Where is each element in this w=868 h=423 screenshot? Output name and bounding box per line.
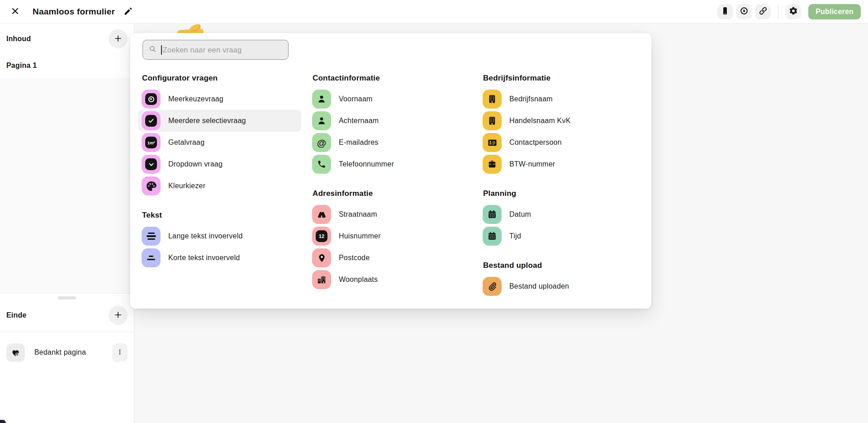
section-title: Configurator vragen [142, 73, 301, 83]
question-type-label: Bestand uploaden [509, 282, 569, 290]
add-content-button[interactable] [109, 29, 128, 48]
question-type-tijd[interactable]: Tijd [479, 225, 642, 247]
section-title: Bedrijfsinformatie [483, 73, 642, 83]
kebab-icon [116, 348, 123, 357]
question-type-label: Handelsnaam KvK [509, 117, 571, 125]
question-type-column: BedrijfsinformatieBedrijfsnaamHandelsnaa… [479, 73, 642, 311]
pages-drop-area [0, 78, 134, 294]
pencil-icon [123, 6, 133, 17]
question-type-label: Meerdere selectievraag [168, 117, 246, 125]
question-type-btw-nummer[interactable]: BTW-nummer [479, 153, 642, 175]
search-input[interactable] [162, 40, 283, 59]
preview-eye-icon [740, 6, 749, 17]
corner-widget-peek [0, 420, 6, 423]
person-icon [312, 111, 331, 130]
content-header-row: Inhoud [0, 29, 134, 48]
question-type-handelsnaam-kvk[interactable]: Handelsnaam KvK [479, 110, 642, 132]
question-type-dropdown-vraag[interactable]: Dropdown vraag [138, 153, 301, 175]
close-button[interactable] [7, 4, 23, 19]
question-type-label: Lange tekst invoerveld [168, 232, 243, 240]
section-bedrijfsinformatie: BedrijfsinformatieBedrijfsnaamHandelsnaa… [479, 73, 642, 175]
section-title: Adresinformatie [313, 189, 472, 198]
question-type-contactpersoon[interactable]: Contactpersoon [479, 132, 642, 153]
section-configurator-vragen: Configurator vragenMeerkeuzevraagMeerder… [138, 73, 301, 197]
section-title: Contactinformatie [313, 73, 472, 83]
question-type-voornaam[interactable]: Voornaam [308, 88, 472, 110]
question-type-lange-tekst-invoerveld[interactable]: Lange tekst invoerveld [138, 225, 301, 247]
mobile-preview-button[interactable] [717, 4, 733, 19]
question-type-meerkeuzevraag[interactable]: Meerkeuzevraag [138, 88, 301, 110]
question-picker-modal: Configurator vragenMeerkeuzevraagMeerder… [130, 33, 651, 309]
edit-title-button[interactable] [120, 4, 136, 19]
section-title: Bestand upload [483, 261, 642, 270]
question-type-columns: Configurator vragenMeerkeuzevraagMeerder… [138, 73, 641, 311]
question-type-straatnaam[interactable]: Straatnaam [308, 204, 472, 225]
question-type-bestand-uploaden[interactable]: Bestand uploaden [479, 276, 642, 297]
checkbox-icon [142, 111, 161, 130]
section-planning: PlanningDatumTijd [479, 189, 642, 247]
question-type-telefoonnummer[interactable]: Telefoonnummer [308, 153, 472, 175]
city-icon [312, 270, 331, 289]
resize-handle[interactable] [58, 296, 76, 299]
preview-button[interactable] [736, 4, 752, 19]
question-type-column: Configurator vragenMeerkeuzevraagMeerder… [138, 73, 301, 311]
sidebar: Inhoud Pagina 1 Einde Bedankt pagina [0, 24, 134, 423]
building-icon [483, 90, 502, 109]
section-title: Planning [483, 189, 642, 198]
number-12-icon: 12 [312, 227, 331, 246]
question-type-meerdere-selectievraag[interactable]: Meerdere selectievraag [138, 110, 301, 132]
question-type-e-mailadres[interactable]: @E-mailadres [308, 132, 472, 153]
short-text-icon [142, 248, 161, 267]
pin-icon [312, 248, 331, 267]
question-type-label: Contactpersoon [509, 138, 562, 147]
question-type-label: Woonplaats [339, 276, 378, 284]
question-type-datum[interactable]: Datum [479, 204, 642, 225]
question-type-getalvraag[interactable]: 1m²Getalvraag [138, 132, 301, 153]
dropdown-icon [142, 155, 161, 174]
question-type-label: Achternaam [339, 117, 379, 125]
question-type-label: Voornaam [339, 95, 373, 103]
add-end-page-button[interactable] [109, 306, 128, 325]
section-tekst: TekstLange tekst invoerveldKorte tekst i… [138, 210, 301, 269]
phone-icon [312, 155, 331, 174]
question-type-achternaam[interactable]: Achternaam [308, 110, 472, 132]
long-text-icon [142, 227, 161, 246]
question-type-postcode[interactable]: Postcode [308, 247, 472, 269]
calendar-icon [483, 227, 502, 246]
search-icon [148, 45, 157, 55]
palette-icon [142, 176, 161, 195]
section-contactinformatie: ContactinformatieVoornaamAchternaam@E-ma… [308, 73, 472, 175]
question-type-label: Dropdown vraag [168, 160, 223, 168]
close-icon [11, 7, 19, 17]
question-type-kleurkiezer[interactable]: Kleurkiezer [138, 175, 301, 197]
question-type-bedrijfsnaam[interactable]: Bedrijfsnaam [479, 88, 642, 110]
thank-you-page-item[interactable]: Bedankt pagina [0, 341, 134, 364]
id-card-icon [483, 133, 502, 152]
briefcase-icon [483, 155, 502, 174]
form-title: Naamloos formulier [33, 7, 115, 17]
building-icon [483, 111, 502, 130]
question-type-label: BTW-nummer [509, 160, 555, 168]
mobile-icon [721, 6, 730, 17]
section-title: Tekst [142, 210, 301, 220]
question-type-label: Datum [509, 210, 531, 219]
question-type-korte-tekst-invoerveld[interactable]: Korte tekst invoerveld [138, 247, 301, 269]
thank-you-menu-button[interactable] [112, 343, 128, 362]
toolbar-divider [778, 5, 778, 19]
question-type-label: Bedrijfsnaam [509, 95, 553, 103]
publish-button[interactable]: Publiceren [808, 4, 861, 19]
question-type-label: Postcode [339, 254, 370, 262]
section-bestand-upload: Bestand uploadBestand uploaden [479, 261, 642, 297]
radio-icon [142, 90, 161, 109]
question-type-huisnummer[interactable]: 12Huisnummer [308, 225, 472, 247]
question-type-label: Telefoonnummer [339, 160, 394, 168]
search-field[interactable] [142, 40, 289, 60]
number-m2-icon: 1m² [142, 133, 161, 152]
road-icon [312, 205, 331, 224]
copy-link-button[interactable] [755, 4, 771, 19]
question-type-label: Huisnummer [339, 232, 381, 240]
end-header-row: Einde [0, 306, 134, 325]
question-type-label: E-mailadres [339, 138, 379, 147]
question-type-woonplaats[interactable]: Woonplaats [308, 269, 472, 290]
settings-button[interactable] [786, 4, 801, 19]
